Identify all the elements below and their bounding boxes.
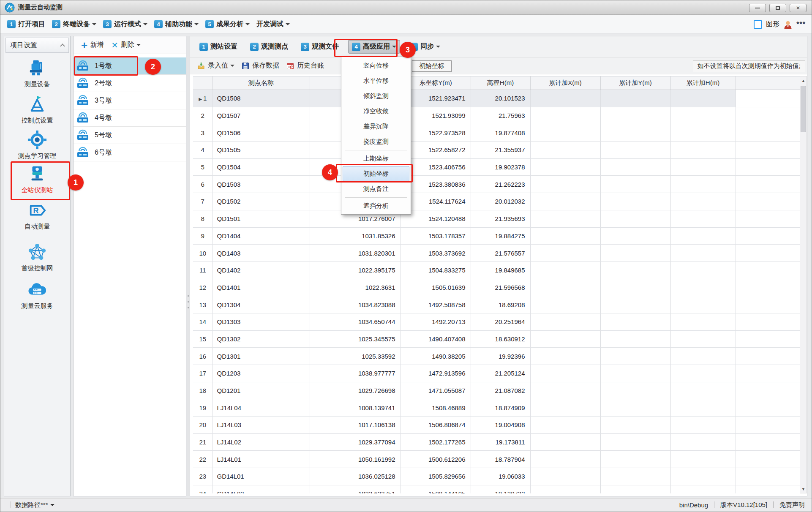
list-item-station[interactable]: 2号墩: [74, 75, 186, 92]
table-row[interactable]: 15QD13021025.3455751490.40740818.630912: [193, 330, 800, 348]
list-item-station[interactable]: 3号墩: [74, 92, 186, 109]
sidebar-item-2[interactable]: 控制点设置: [4, 95, 70, 125]
table-cell: [736, 261, 800, 279]
sidebar-item-7[interactable]: 测量云服务: [4, 280, 70, 310]
table-row[interactable]: 24GD14L021023.6237511508.14410519.120732: [193, 485, 800, 493]
column-header[interactable]: 累计加H(m): [670, 76, 736, 90]
status-item[interactable]: 免责声明: [779, 501, 805, 509]
sidebar-item-5[interactable]: R自动测量: [4, 201, 70, 231]
menu-item-3[interactable]: 3运行模式: [103, 20, 147, 29]
table-row[interactable]: 18QD12011029.7266981471.05508721.087082: [193, 382, 800, 399]
scroll-up-icon[interactable]: ▲: [800, 76, 807, 84]
table-row[interactable]: 9QD14041031.853261503.17835719.884275: [193, 227, 800, 245]
table-row[interactable]: 17QD12031038.9777771472.91359621.205124: [193, 365, 800, 382]
tab-2[interactable]: 2观测测点: [247, 40, 292, 53]
menu-number-badge: 2: [52, 20, 60, 28]
table-cell: [600, 348, 670, 365]
menu-option[interactable]: 差异沉降: [343, 119, 409, 134]
menu-item-5[interactable]: 5成果分析: [205, 20, 250, 29]
window-close-button[interactable]: ✕: [790, 4, 807, 12]
window-minimize-button[interactable]: [749, 4, 766, 12]
graphics-checkbox[interactable]: [754, 20, 762, 29]
panel-splitter[interactable]: [186, 36, 190, 496]
list-item-station[interactable]: 6号墩: [74, 144, 186, 161]
vertical-scrollbar[interactable]: ▲ ▼: [800, 76, 807, 493]
menu-item-label: 运行模式: [114, 20, 141, 29]
scroll-thumb[interactable]: [801, 86, 806, 132]
data-path-item[interactable]: 数据路径***: [15, 501, 54, 509]
table-cell: 19.877408: [471, 124, 530, 142]
column-header[interactable]: 高程H(m): [471, 76, 530, 90]
table-row[interactable]: 7QD15021524.11762420.012032: [193, 193, 800, 210]
table-row[interactable]: 11QD14021022.3951751504.83327519.849685: [193, 261, 800, 279]
sidebar-item-1[interactable]: 测量设备: [4, 58, 70, 88]
user-icon[interactable]: [783, 20, 793, 29]
table-row[interactable]: 19LJ14L041008.1397411508.4688918.874909: [193, 399, 800, 417]
menu-item-1[interactable]: 1打开项目: [7, 20, 45, 29]
window-maximize-button[interactable]: [769, 4, 786, 12]
table-row[interactable]: 23GD14L011036.0251281505.82965619.06033: [193, 468, 800, 485]
menu-option[interactable]: 初始坐标: [343, 166, 409, 181]
table-row[interactable]: 21LJ14L021029.3770941502.17726519.173811: [193, 433, 800, 451]
add-station-button[interactable]: + 新增: [81, 41, 104, 49]
sidebar-item-4[interactable]: 全站仪测站: [4, 164, 70, 194]
sidebar-header[interactable]: 项目设置: [5, 38, 69, 53]
table-row[interactable]: 6QD15031523.38083621.262223: [193, 176, 800, 193]
sidebar-item-3[interactable]: 测点学习管理: [4, 130, 70, 160]
column-header[interactable]: [193, 76, 213, 90]
status-item: 版本V10.12[105]: [720, 501, 767, 509]
menu-item-4[interactable]: 4辅助功能: [154, 20, 199, 29]
current-row-arrow-icon: ▶: [199, 97, 202, 101]
table-cell: 1022.3631: [310, 279, 401, 296]
table-cell: [736, 279, 800, 296]
table-row[interactable]: 13QD13041034.8230881492.50875818.69208: [193, 296, 800, 313]
instrument-icon: [27, 58, 47, 78]
table-row[interactable]: 3QD15061522.97352819.877408: [193, 124, 800, 142]
list-item-station[interactable]: 4号墩: [74, 109, 186, 127]
menu-option[interactable]: 倾斜监测: [343, 88, 409, 103]
table-cell: [670, 193, 736, 210]
column-header[interactable]: 测点名称: [213, 76, 310, 90]
cloud-server-icon: [27, 280, 47, 300]
menu-option[interactable]: 挠度监测: [343, 134, 409, 149]
tab-4[interactable]: 4高级应用: [348, 40, 400, 54]
tab-3[interactable]: 3观测文件: [297, 40, 342, 53]
list-item-station[interactable]: 1号墩: [74, 57, 186, 75]
enter-value-button[interactable]: 录入值: [197, 61, 234, 70]
column-header[interactable]: 累计加Y(m): [600, 76, 670, 90]
save-data-button[interactable]: 保存数据: [241, 61, 279, 70]
table-row[interactable]: 4QD15051522.65827221.355937: [193, 142, 800, 159]
table-row[interactable]: 16QD13011025.335921490.3820519.92396: [193, 348, 800, 365]
menu-option[interactable]: 净空收敛: [343, 103, 409, 119]
table-cell: [530, 382, 600, 399]
table-row[interactable]: ▶1QD15081521.92347120.101523: [193, 90, 800, 107]
table-cell: 21.355937: [471, 142, 530, 159]
menu-item-2[interactable]: 2终端设备: [52, 20, 96, 29]
tab-1[interactable]: 1测站设置: [196, 40, 241, 53]
column-header[interactable]: 累计加X(m): [530, 76, 600, 90]
scroll-down-icon[interactable]: ▼: [800, 485, 807, 493]
initial-coordinates-button[interactable]: 初始坐标: [412, 60, 452, 72]
menu-option[interactable]: 测点备注: [343, 181, 409, 196]
list-item-station[interactable]: 5号墩: [74, 127, 186, 144]
column-header[interactable]: [736, 76, 800, 90]
table-row[interactable]: 8QD15011017.2760071524.12048821.935693: [193, 210, 800, 227]
table-row[interactable]: 22LJ14L011050.1619921500.61220618.787904: [193, 451, 800, 468]
history-ledger-button[interactable]: 历史台账: [286, 61, 324, 70]
table-row[interactable]: 5QD15041523.40675619.902378: [193, 158, 800, 176]
row-marker-cell: 22: [193, 451, 213, 468]
table-row[interactable]: 10QD14031031.8203011503.37369221.576557: [193, 245, 800, 262]
table-row[interactable]: 2QD15071521.9309921.75963: [193, 107, 800, 124]
table-row[interactable]: 14QD13031034.6507441492.2071320.251964: [193, 313, 800, 330]
table-cell: [530, 176, 600, 193]
menu-option[interactable]: 水平位移: [343, 73, 409, 88]
sidebar-item-6[interactable]: 首级控制网: [4, 242, 70, 272]
table-row[interactable]: 12QD14011022.36311505.0163921.596568: [193, 279, 800, 296]
menu-option[interactable]: 竖向位移: [343, 58, 409, 73]
menu-option[interactable]: 遮挡分析: [343, 198, 409, 213]
delete-station-label: 删除: [121, 41, 134, 49]
menu-item-6[interactable]: 开发调试: [256, 20, 290, 29]
menu-option[interactable]: 上期坐标: [343, 151, 409, 166]
delete-station-button[interactable]: ✕ 删除: [111, 40, 141, 50]
table-row[interactable]: 20LJ14L031017.1061381506.80687419.004908: [193, 417, 800, 434]
